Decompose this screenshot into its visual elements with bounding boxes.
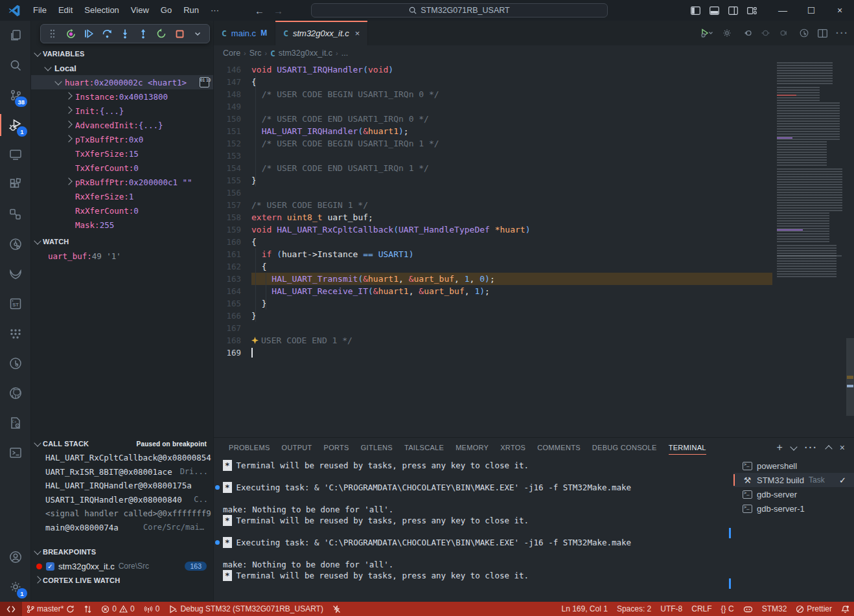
- continue-circle-icon[interactable]: [779, 29, 791, 38]
- binary-view-icon[interactable]: 01 10: [200, 77, 209, 87]
- compare-icon[interactable]: [79, 602, 97, 616]
- pause-circle-icon[interactable]: [761, 29, 770, 38]
- breadcrumb-item[interactable]: Core: [223, 49, 240, 58]
- customize-layout-icon[interactable]: [747, 6, 757, 15]
- breadcrumb[interactable]: Core›Src›Cstm32g0xx_it.c›...: [214, 45, 854, 61]
- makefile-tools-icon[interactable]: C+: [0, 408, 31, 438]
- remote-icon[interactable]: [0, 602, 22, 616]
- more-apps-icon[interactable]: [0, 319, 31, 348]
- toggle-secondary-sidebar-icon[interactable]: [728, 6, 738, 15]
- stack-frame[interactable]: USART1_IRQHandler@0x08000840C..: [31, 493, 213, 507]
- panel-tab-terminal[interactable]: TERMINAL: [663, 438, 712, 457]
- editor-settings-gear-icon[interactable]: [722, 28, 732, 38]
- code-editor[interactable]: 146void USART1_IRQHandler(void)147{148 /…: [214, 61, 854, 437]
- variable-row-init[interactable]: Init: {...}: [31, 104, 213, 118]
- step-out-button[interactable]: [135, 26, 151, 41]
- gitkraken-icon[interactable]: [0, 259, 31, 289]
- stack-frame[interactable]: UART_RxISR_8BIT@0x08001aceDri...: [31, 465, 213, 479]
- status-item--c[interactable]: {} C: [717, 602, 739, 616]
- variable-row-ptxbuffptr[interactable]: pTxBuffPtr: 0x0: [31, 132, 213, 146]
- breadcrumb-item[interactable]: stm32g0xx_it.c: [279, 49, 332, 58]
- variable-row-local[interactable]: Local: [31, 61, 213, 75]
- stack-frame[interactable]: HAL_UART_RxCpltCallback@0x08000854: [31, 451, 213, 465]
- terminal-output[interactable]: *Terminal will be reused by tasks, press…: [223, 460, 726, 602]
- panel-tab-debug-console[interactable]: DEBUG CONSOLE: [586, 438, 663, 457]
- gitlens-icon[interactable]: [0, 229, 31, 259]
- nav-forward-button[interactable]: →: [273, 5, 283, 16]
- terminal-list-item-STM32-build[interactable]: ⚒STM32 buildTask✓: [733, 473, 854, 487]
- close-tab-button[interactable]: ×: [355, 29, 360, 38]
- status-item-utf-8[interactable]: UTF-8: [656, 602, 687, 616]
- stack-frame[interactable]: HAL_UART_IRQHandler@0x0800175a: [31, 479, 213, 493]
- breakpoint-checkbox[interactable]: ✓: [46, 562, 54, 571]
- github-icon[interactable]: [0, 378, 31, 408]
- new-terminal-dropdown-chevron[interactable]: [790, 443, 797, 450]
- reset-device-button[interactable]: [63, 26, 78, 41]
- panel-more-actions[interactable]: ···: [805, 442, 818, 453]
- more-chevron-button[interactable]: [190, 26, 205, 41]
- variable-row-prxbuffptr[interactable]: pRxBuffPtr: 0x200000c1 "": [31, 175, 213, 189]
- breakpoint-row[interactable]: ✓stm32g0xx_it.cCore\Src163: [31, 559, 213, 573]
- cortex-live-watch-header[interactable]: CORTEX LIVE WATCH: [31, 573, 213, 587]
- nav-back-button[interactable]: ←: [255, 5, 264, 16]
- copilot-icon[interactable]: [739, 602, 757, 616]
- menu-selection[interactable]: Selection: [78, 3, 124, 17]
- watch-section-header[interactable]: WATCH: [31, 234, 213, 249]
- window-minimize-button[interactable]: —: [768, 0, 797, 21]
- search-icon[interactable]: [0, 51, 31, 80]
- toggle-panel-icon[interactable]: [710, 6, 719, 15]
- breakpoints-section-header[interactable]: BREAKPOINTS: [31, 545, 213, 559]
- status-item-ln-169-col-1[interactable]: Ln 169, Col 1: [557, 602, 612, 616]
- variable-row-mask[interactable]: Mask: 255: [31, 218, 213, 232]
- remote-explorer-icon[interactable]: [0, 140, 31, 170]
- panel-tab-output[interactable]: OUTPUT: [276, 438, 318, 457]
- stop-button[interactable]: [172, 26, 187, 41]
- panel-tab-gitlens[interactable]: GITLENS: [355, 438, 398, 457]
- editor-scrollbar[interactable]: [846, 338, 854, 416]
- variable-row-txxfercount[interactable]: TxXferCount: 0: [31, 161, 213, 175]
- menu-run[interactable]: Run: [178, 3, 205, 17]
- breadcrumb-item[interactable]: ...: [341, 49, 348, 58]
- references-icon[interactable]: [0, 200, 31, 229]
- panel-tab-xrtos[interactable]: XRTOS: [494, 438, 531, 457]
- panel-tab-ports[interactable]: PORTS: [318, 438, 355, 457]
- panel-tab-memory[interactable]: MEMORY: [450, 438, 494, 457]
- copilot-sparkle-icon[interactable]: [251, 337, 259, 344]
- variable-row-txxfersize[interactable]: TxXferSize: 15: [31, 146, 213, 161]
- terminal-list-item-gdb-server[interactable]: gdb-server: [733, 487, 854, 501]
- variables-section-header[interactable]: VARIABLES: [31, 47, 213, 61]
- new-terminal-button[interactable]: +: [776, 442, 782, 453]
- tab-main.c[interactable]: Cmain.cM: [214, 21, 275, 45]
- run-debug-icon[interactable]: 1: [0, 110, 31, 140]
- variable-row-rxxfersize[interactable]: RxXferSize: 1: [31, 189, 213, 203]
- menu-file[interactable]: File: [27, 3, 52, 17]
- timeline-icon[interactable]: [0, 348, 31, 378]
- panel-tab-problems[interactable]: PROBLEMS: [223, 438, 276, 457]
- menu-overflow[interactable]: ···: [205, 3, 225, 17]
- no-flash-icon[interactable]: [328, 602, 345, 616]
- extensions-icon[interactable]: [0, 170, 31, 200]
- settings-gear-icon[interactable]: 1: [0, 572, 31, 602]
- step-into-button[interactable]: [117, 26, 133, 41]
- window-maximize-button[interactable]: ☐: [797, 0, 825, 21]
- account-icon[interactable]: [0, 542, 31, 572]
- maximize-panel-chevron-icon[interactable]: [825, 445, 832, 452]
- status-item-crlf[interactable]: CRLF: [687, 602, 716, 616]
- run-recent-icon[interactable]: [799, 28, 809, 38]
- error-icon[interactable]: 00: [97, 602, 139, 616]
- continue-button[interactable]: [81, 26, 97, 41]
- ports-antenna-icon[interactable]: 0: [139, 602, 165, 616]
- reverse-continue-icon[interactable]: [741, 29, 752, 38]
- command-center-search[interactable]: STM32G071RB_USART: [311, 3, 608, 17]
- minimap[interactable]: [774, 61, 846, 281]
- toggle-sidebar-icon[interactable]: [691, 6, 700, 15]
- stack-frame[interactable]: main@0x0800074aCore/Src/main.c: [31, 521, 213, 535]
- terminal-list-item-powershell[interactable]: powershell: [733, 459, 854, 473]
- run-or-debug-button[interactable]: [700, 28, 713, 38]
- close-panel-button[interactable]: ×: [840, 442, 845, 453]
- tab-stm32g0xx_it.c[interactable]: Cstm32g0xx_it.c×: [275, 21, 368, 45]
- step-over-button[interactable]: [99, 26, 115, 41]
- debug-play-icon[interactable]: Debug STM32 (STM32G071RB_USART): [164, 602, 328, 616]
- status-item-stm32[interactable]: STM32: [757, 602, 792, 616]
- bell-icon[interactable]: [837, 602, 854, 616]
